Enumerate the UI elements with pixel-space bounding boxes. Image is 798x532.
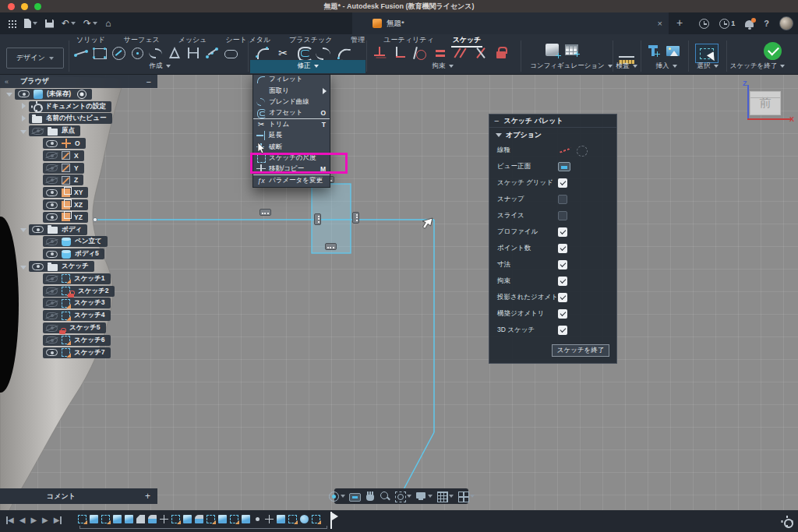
constraint-tool-icon[interactable] bbox=[393, 47, 407, 59]
browser-row[interactable]: ボディ5 bbox=[34, 248, 164, 260]
browser-row[interactable]: ボディ bbox=[20, 224, 164, 236]
expander-icon[interactable] bbox=[20, 226, 27, 233]
nav-button[interactable] bbox=[436, 491, 454, 502]
visibility-eye-icon[interactable] bbox=[46, 275, 58, 282]
browser-row[interactable]: XZ bbox=[34, 199, 164, 211]
user-avatar[interactable] bbox=[779, 16, 793, 30]
browser-row[interactable]: Z bbox=[34, 174, 164, 187]
visibility-eye-icon[interactable] bbox=[46, 325, 58, 332]
ribbon-tab[interactable]: プラスチック bbox=[289, 35, 332, 45]
visibility-eye-icon[interactable] bbox=[46, 300, 58, 307]
timeline-feature-icon[interactable] bbox=[312, 515, 320, 523]
comments-bar[interactable]: コメント + bbox=[0, 488, 157, 504]
nav-button[interactable] bbox=[457, 491, 475, 502]
option-control[interactable] bbox=[558, 227, 567, 237]
select-group-label[interactable]: 選択 bbox=[690, 61, 725, 72]
browser-row[interactable]: ドキュメントの設定 bbox=[20, 100, 164, 113]
expander-icon[interactable] bbox=[20, 128, 27, 135]
timeline-feature-icon[interactable] bbox=[288, 515, 297, 523]
notifications-icon[interactable] bbox=[745, 20, 754, 27]
option-control[interactable] bbox=[558, 309, 567, 319]
dimension-badge[interactable] bbox=[260, 209, 271, 216]
constraint-tool-icon[interactable] bbox=[413, 47, 427, 59]
modify-tool-icon[interactable] bbox=[254, 45, 271, 61]
browser-row[interactable]: スケッチ1 bbox=[34, 273, 164, 285]
create-tool-icon[interactable] bbox=[223, 46, 238, 60]
menu-item[interactable]: オフセット O bbox=[253, 107, 330, 118]
help-icon[interactable]: ? bbox=[764, 19, 769, 28]
browser-row[interactable]: Y bbox=[34, 162, 164, 174]
nav-button[interactable] bbox=[328, 491, 345, 502]
browser-row[interactable]: O bbox=[34, 137, 164, 150]
option-control[interactable] bbox=[558, 277, 567, 286]
expander-icon[interactable] bbox=[20, 115, 27, 122]
close-tab-icon[interactable]: × bbox=[658, 19, 662, 28]
timeline-feature-icon[interactable] bbox=[207, 515, 215, 523]
create-tool-icon[interactable] bbox=[92, 46, 108, 60]
inspect-group-label[interactable]: 検査 bbox=[608, 61, 645, 72]
finish-sketch-check-icon[interactable] bbox=[764, 42, 782, 60]
option-control[interactable] bbox=[558, 195, 567, 204]
visibility-eye-icon[interactable] bbox=[46, 251, 58, 258]
options-section-header[interactable]: オプション bbox=[489, 128, 616, 142]
timeline-feature-icon[interactable] bbox=[277, 515, 285, 523]
ribbon-tab[interactable]: スケッチ bbox=[453, 35, 482, 45]
create-tool-icon[interactable] bbox=[73, 46, 89, 60]
option-control[interactable] bbox=[558, 145, 592, 156]
option-control[interactable] bbox=[558, 162, 570, 171]
create-tool-icon[interactable] bbox=[204, 46, 220, 60]
timeline-feature-icon[interactable] bbox=[300, 515, 309, 523]
constraint-tool-icon[interactable] bbox=[433, 47, 447, 59]
menu-item[interactable]: 面取り bbox=[253, 85, 330, 96]
expander-icon[interactable] bbox=[20, 263, 27, 270]
visibility-eye-icon[interactable] bbox=[46, 202, 58, 209]
browser-row[interactable]: 原点 bbox=[20, 125, 164, 137]
create-tool-icon[interactable] bbox=[167, 46, 182, 60]
timeline-feature-icon[interactable] bbox=[256, 517, 260, 521]
visibility-eye-icon[interactable] bbox=[32, 128, 44, 135]
timeline-feature-icon[interactable] bbox=[242, 515, 250, 523]
timeline-feature-icon[interactable] bbox=[136, 515, 145, 523]
constraint-tool-icon[interactable] bbox=[474, 47, 488, 59]
active-component-radio[interactable] bbox=[77, 90, 87, 99]
job-status-button[interactable]: 1 bbox=[719, 19, 735, 29]
ribbon-tab[interactable]: 管理 bbox=[351, 35, 365, 45]
timeline-feature-icon[interactable] bbox=[171, 515, 180, 523]
finish-sketch-button[interactable]: スケッチを終了 bbox=[552, 344, 609, 357]
browser-row[interactable]: YZ bbox=[34, 211, 164, 224]
visibility-eye-icon[interactable] bbox=[46, 312, 58, 319]
modify-tool-icon[interactable] bbox=[295, 45, 312, 61]
ribbon-tab[interactable]: ソリッド bbox=[76, 35, 105, 45]
option-control[interactable] bbox=[558, 211, 567, 220]
menu-item[interactable]: フィレット bbox=[253, 74, 330, 85]
timeline-feature-icon[interactable] bbox=[230, 515, 238, 523]
configuration-group-label[interactable]: コンフィギュレーション bbox=[524, 61, 619, 72]
playback-button[interactable]: ◀ bbox=[6, 515, 14, 526]
constraint-tool-icon[interactable] bbox=[373, 47, 387, 59]
visibility-eye-icon[interactable] bbox=[46, 177, 58, 184]
visibility-eye-icon[interactable] bbox=[46, 336, 58, 344]
browser-row[interactable]: スケッチ7 bbox=[34, 347, 164, 359]
create-tool-icon[interactable] bbox=[148, 46, 164, 60]
quick-access-button[interactable] bbox=[45, 19, 54, 28]
timeline-settings-gear-icon[interactable] bbox=[782, 516, 792, 527]
document-tab[interactable]: 無題* × bbox=[352, 12, 669, 34]
browser-row[interactable]: X bbox=[34, 150, 164, 162]
visibility-eye-icon[interactable] bbox=[46, 152, 58, 159]
timeline-feature-icon[interactable] bbox=[113, 515, 122, 523]
create-tool-icon[interactable] bbox=[111, 46, 126, 60]
timeline-feature-icon[interactable] bbox=[218, 515, 227, 523]
timeline-feature-icon[interactable] bbox=[183, 515, 192, 523]
menu-item[interactable]: ✂ トリム T bbox=[253, 119, 330, 130]
modify-tool-icon[interactable] bbox=[335, 45, 352, 61]
viewcube-front-face[interactable]: 前 bbox=[750, 91, 781, 115]
option-control[interactable] bbox=[558, 178, 567, 188]
browser-row[interactable]: スケッチ6 bbox=[34, 334, 164, 347]
browser-row[interactable]: スケッチ5 bbox=[34, 322, 164, 334]
expander-icon[interactable] bbox=[6, 90, 13, 97]
constraint-tool-icon[interactable] bbox=[454, 47, 468, 59]
browser-row[interactable]: 名前の付いたビュー bbox=[20, 113, 164, 125]
menu-item[interactable]: ブレンド曲線 bbox=[253, 97, 330, 107]
playback-button[interactable]: ◀ bbox=[19, 515, 26, 526]
visibility-eye-icon[interactable] bbox=[32, 263, 44, 270]
